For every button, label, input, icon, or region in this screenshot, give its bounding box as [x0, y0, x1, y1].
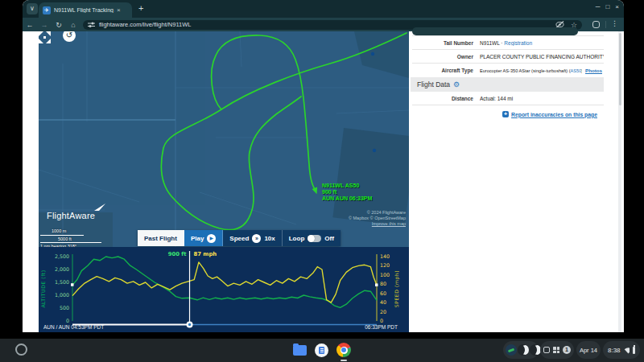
series-end-marker — [375, 283, 378, 286]
maximize-icon[interactable]: □ — [605, 3, 609, 10]
altitude-speed-chart: ALTITUDE (ft) SPEED (mph) 2,5002,0001,50… — [39, 247, 409, 332]
app-grid-icon[interactable] — [553, 347, 559, 353]
map-attribution: © 2024 FlightAware © Mapbox © OpenStreet… — [349, 210, 406, 227]
improve-map-link[interactable]: Improve this map — [349, 221, 406, 227]
battery-icon — [633, 347, 635, 354]
speed-line — [72, 262, 377, 302]
url-text: flightaware.com/live/flight/N911WL — [99, 21, 192, 28]
loop-toggle[interactable] — [308, 235, 321, 242]
loop-label: Loop — [289, 235, 305, 242]
chart-cursor-group[interactable]: 900 ft87 mph — [72, 251, 377, 328]
page-scrollbar[interactable] — [618, 31, 621, 332]
extensions-icon[interactable] — [592, 21, 600, 28]
flight-path-segment — [212, 35, 315, 189]
axis-tick-label: 140 — [380, 253, 390, 259]
minimize-icon[interactable]: ─ — [596, 3, 601, 10]
photos-link[interactable]: Photos — [585, 68, 604, 73]
scale-metric: 1000 m — [52, 228, 101, 234]
screenshot-thumbnail-icon[interactable] — [506, 344, 517, 356]
flight-data-section-header: Flight Data ⚙ — [411, 77, 604, 92]
row-value: N911WL · Registration — [480, 40, 604, 46]
play-icon: ▶ — [207, 234, 216, 243]
screenshot-thumbnail-icon[interactable] — [530, 344, 541, 356]
axis-tick-label: 100 — [380, 272, 390, 278]
altitude-line — [72, 257, 377, 307]
axis-tick-label: 60 — [380, 290, 386, 296]
row-label: Aircraft Type — [412, 68, 480, 73]
chart-canvas[interactable]: ALTITUDE (ft) SPEED (mph) 2,5002,0001,50… — [39, 247, 409, 332]
play-button[interactable]: Play ▶ — [184, 230, 223, 246]
report-inaccuracies-link[interactable]: + Report inaccuracies on this page — [502, 111, 597, 117]
axis-tick-label: 0 — [66, 318, 69, 323]
report-label: Report inaccuracies on this page — [511, 112, 597, 117]
axis-tick-label: 40 — [380, 299, 386, 305]
past-flight-button[interactable]: Past Flight — [138, 230, 184, 246]
scrollbar-thumb[interactable] — [619, 33, 621, 105]
launcher-button[interactable] — [15, 343, 27, 356]
toolbar-divider — [605, 21, 606, 28]
gear-icon[interactable]: ⚙ — [453, 80, 460, 88]
plus-icon: + — [502, 111, 509, 117]
chart-end-time: 06:33PM PDT — [365, 324, 398, 330]
speed-button[interactable]: Speed » 10x — [223, 230, 282, 246]
home-icon[interactable]: ⌂ — [66, 21, 80, 29]
axis-tick-label: 500 — [60, 305, 69, 311]
tab-title: N911WL Flight Tracking and History — [54, 7, 115, 13]
shelf-indicators[interactable]: 1 — [540, 341, 574, 359]
past-flight-label: Past Flight — [144, 235, 177, 242]
window-controls: ─ □ × — [596, 3, 619, 10]
registration-link[interactable]: Registration — [504, 40, 532, 46]
loop-control: Loop Off — [283, 230, 341, 246]
axis-tick-label: 120 — [380, 262, 390, 268]
wifi-icon — [624, 347, 630, 354]
axis-tick-label: 0 — [380, 318, 383, 323]
reload-icon[interactable]: ↻ — [52, 21, 66, 29]
flight-data-table: Distance Actual: 144 mi — [412, 92, 604, 105]
aircraft-type-code-link[interactable]: AS50 — [571, 68, 582, 73]
scrubber-handle-dot — [188, 323, 191, 326]
notification-count-badge[interactable]: 1 — [563, 346, 571, 354]
date-pill[interactable]: Apr 14 — [576, 341, 601, 359]
panel-header-remnant — [412, 27, 578, 35]
aircraft-type-value: Eurocopter AS-350 AStar (single-turbosha… — [480, 68, 582, 73]
flightaware-favicon-icon: ✈ — [43, 6, 51, 14]
attribution-flightaware: © 2024 FlightAware — [349, 210, 406, 216]
files-app-icon[interactable] — [293, 345, 307, 356]
date-label: Apr 14 — [580, 347, 597, 354]
scale-imperial: 5000 ft — [58, 237, 101, 242]
cursor-speed-label: 87 mph — [194, 251, 217, 257]
loop-state: Off — [324, 235, 334, 242]
play-label: Play — [191, 235, 204, 242]
forward-icon[interactable]: → — [37, 21, 52, 29]
flight-map[interactable]: ↺ N911WL AS50 900 ft AUN AUN 06:33PM Fli… — [39, 31, 409, 247]
aircraft-marker-icon — [312, 187, 320, 195]
toggle-knob[interactable] — [308, 235, 315, 242]
tab-search-button[interactable]: ∨ — [27, 3, 38, 14]
status-tray[interactable]: 8:38 — [603, 341, 640, 359]
right-axis-title: SPEED (mph) — [394, 270, 400, 307]
axis-tick-label: 80 — [380, 281, 386, 286]
aircraft-type-text: Eurocopter AS-350 AStar (single-turbosha… — [480, 68, 571, 73]
chart-start-time: AUN / AUN 04:53PM PDT — [43, 324, 104, 330]
chrome-app-icon[interactable] — [336, 343, 351, 357]
docs-app-icon[interactable] — [315, 343, 328, 357]
row-label: Distance — [412, 96, 480, 101]
aircraft-type-suffix: ) — [581, 68, 582, 73]
site-settings-icon[interactable] — [88, 21, 95, 28]
chromeos-shelf: 1 Apr 14 8:38 — [0, 339, 644, 362]
attribution-mapbox-osm[interactable]: © Mapbox © OpenStreetMap — [349, 216, 406, 221]
close-icon[interactable]: × — [615, 3, 619, 10]
table-row: Distance Actual: 144 mi — [412, 92, 604, 105]
tote-holding-space[interactable] — [503, 341, 539, 359]
tab-close-icon[interactable]: × — [117, 6, 121, 14]
back-icon[interactable]: ← — [23, 21, 37, 29]
fullscreen-expand-icon[interactable] — [39, 31, 51, 43]
playback-control-bar: Past Flight Play ▶ Speed » 10x Loop Off — [138, 230, 341, 246]
capture-indicator-icon[interactable] — [543, 347, 550, 353]
screenshot-thumbnail-icon[interactable] — [518, 344, 529, 356]
browser-menu-icon[interactable]: ⋮ — [611, 19, 618, 27]
chrome-running-indicator — [341, 360, 347, 361]
aircraft-label: N911WL AS50 900 ft AUN AUN 06:33PM — [322, 183, 372, 202]
new-tab-button[interactable]: + — [138, 3, 143, 14]
tab-flightaware[interactable]: ✈ N911WL Flight Tracking and History × — [39, 2, 132, 18]
